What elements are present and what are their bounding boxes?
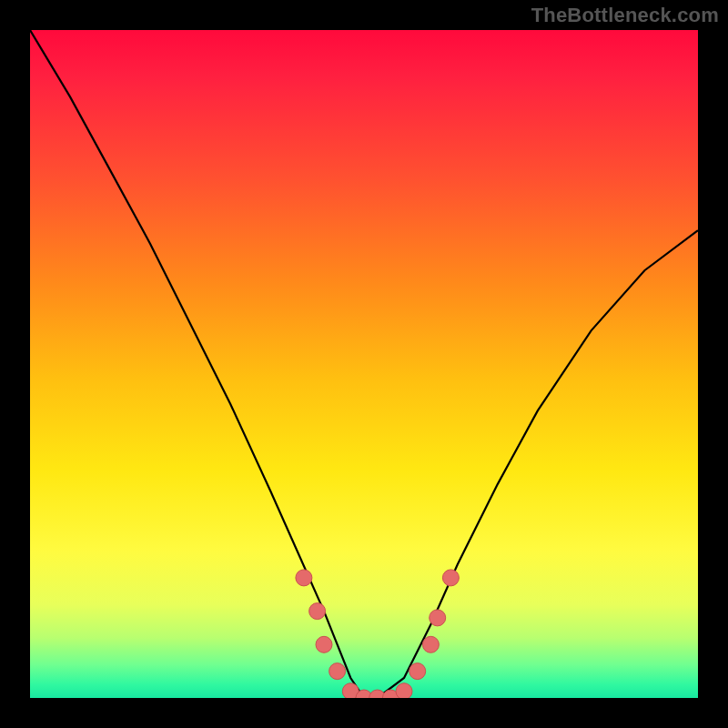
watermark-text: TheBottleneck.com	[531, 4, 719, 27]
marker-point	[296, 570, 312, 586]
plot-area	[30, 30, 698, 698]
bottleneck-curve	[30, 30, 698, 698]
marker-point	[410, 663, 426, 680]
chart-frame: TheBottleneck.com	[0, 0, 728, 728]
marker-point	[396, 683, 412, 698]
marker-point	[316, 636, 332, 652]
marker-point	[442, 570, 459, 586]
marker-point	[309, 603, 326, 620]
marker-group	[296, 570, 460, 698]
marker-point	[422, 636, 439, 652]
marker-point	[430, 610, 446, 626]
chart-svg	[30, 30, 698, 698]
marker-point	[329, 663, 346, 680]
